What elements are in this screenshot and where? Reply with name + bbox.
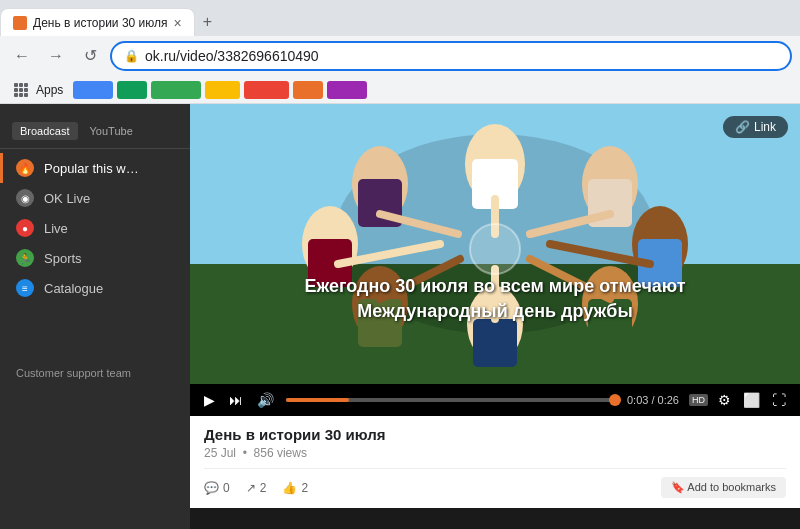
apps-grid-icon: [14, 83, 28, 97]
svg-rect-12: [473, 319, 517, 367]
video-container: 🔗 Link Ежегодно 30 июля во всем мире отм…: [190, 104, 800, 416]
lock-icon: 🔒: [124, 49, 139, 63]
catalogue-icon: ≡: [16, 279, 34, 297]
subtitle-line-2: Международный день дружбы: [210, 299, 780, 324]
svg-point-27: [470, 224, 520, 274]
link-button[interactable]: 🔗 Link: [723, 116, 788, 138]
comments-action[interactable]: 💬 0: [204, 481, 230, 495]
link-icon: 🔗: [735, 120, 750, 134]
customer-support-label: Customer support team: [0, 363, 147, 383]
tab-close-button[interactable]: ×: [174, 16, 182, 30]
share-action[interactable]: ↗ 2: [246, 481, 267, 495]
oklive-icon: ◉: [16, 189, 34, 207]
video-actions: 💬 0 ↗ 2 👍 2 🔖 Add to bookmarks: [204, 468, 786, 498]
sidebar-item-sports[interactable]: 🏃 Sports: [0, 243, 190, 273]
sidebar-item-popular[interactable]: 🔥 Popular this w…: [0, 153, 190, 183]
fullscreen-button[interactable]: ⛶: [770, 390, 788, 410]
tab-favicon: [13, 16, 27, 30]
popular-icon: 🔥: [16, 159, 34, 177]
address-box[interactable]: 🔒 ok.ru/video/3382696610490: [110, 41, 792, 71]
share-icon: ↗: [246, 481, 256, 495]
hd-badge: HD: [689, 394, 708, 406]
sidebar: Broadcast YouTube 🔥 Popular this w… ◉ OK…: [0, 104, 190, 529]
video-frame: 🔗 Link Ежегодно 30 июля во всем мире отм…: [190, 104, 800, 384]
reload-button[interactable]: ↺: [76, 42, 104, 70]
sports-icon: 🏃: [16, 249, 34, 267]
video-controls: ▶ ⏭ 🔊 0:03 / 0:26 HD ⚙ ⬜ ⛶: [190, 384, 800, 416]
sidebar-item-oklive[interactable]: ◉ OK Live: [0, 183, 190, 213]
time-display: 0:03 / 0:26: [627, 394, 679, 406]
apps-label: Apps: [36, 83, 63, 97]
like-action[interactable]: 👍 2: [282, 481, 308, 495]
sidebar-item-live-label: Live: [44, 221, 68, 236]
progress-bar[interactable]: [286, 398, 617, 402]
share-count: 2: [260, 481, 267, 495]
address-bar-row: ← → ↺ 🔒 ok.ru/video/3382696610490: [0, 36, 800, 76]
theater-button[interactable]: ⬜: [741, 390, 762, 410]
video-date: 25 Jul: [204, 446, 236, 460]
active-tab[interactable]: День в истории 30 июля ×: [0, 8, 195, 36]
like-icon: 👍: [282, 481, 297, 495]
apps-bookmark[interactable]: Apps: [8, 81, 69, 99]
bookmark-item-4[interactable]: [205, 81, 240, 99]
forward-button[interactable]: →: [42, 42, 70, 70]
tab-bar: День в истории 30 июля × +: [0, 0, 800, 36]
video-thumbnail: [190, 104, 800, 384]
settings-button[interactable]: ⚙: [716, 390, 733, 410]
bookmark-item-5[interactable]: [244, 81, 289, 99]
video-views: 856 views: [254, 446, 307, 460]
new-tab-button[interactable]: +: [195, 9, 220, 35]
sidebar-item-oklive-label: OK Live: [44, 191, 90, 206]
comment-count: 0: [223, 481, 230, 495]
right-controls: HD ⚙ ⬜ ⛶: [689, 390, 788, 410]
bookmark-label: Add to bookmarks: [687, 481, 776, 493]
bookmark-item-7[interactable]: [327, 81, 367, 99]
video-meta: 25 Jul • 856 views: [204, 446, 786, 460]
browser-chrome: День в истории 30 июля × + ← → ↺ 🔒 ok.ru…: [0, 0, 800, 104]
video-subtitle: Ежегодно 30 июля во всем мире отмечают М…: [190, 274, 800, 324]
bookmark-item-3[interactable]: [151, 81, 201, 99]
bookmark-item-1[interactable]: [73, 81, 113, 99]
sidebar-item-sports-label: Sports: [44, 251, 82, 266]
sidebar-item-live[interactable]: ● Live: [0, 213, 190, 243]
add-bookmark-button[interactable]: 🔖 Add to bookmarks: [661, 477, 786, 498]
live-icon: ●: [16, 219, 34, 237]
video-info: День в истории 30 июля 25 Jul • 856 view…: [190, 416, 800, 508]
progress-fill: [286, 398, 349, 402]
comment-icon: 💬: [204, 481, 219, 495]
sidebar-item-catalogue-label: Catalogue: [44, 281, 103, 296]
progress-dot: [609, 394, 621, 406]
volume-button[interactable]: 🔊: [255, 390, 276, 410]
sidebar-divider-1: [0, 148, 190, 149]
bookmarks-bar: Apps: [0, 76, 800, 104]
like-count: 2: [301, 481, 308, 495]
bookmark-item-2[interactable]: [117, 81, 147, 99]
play-button[interactable]: ▶: [202, 390, 217, 410]
tab-title: День в истории 30 июля: [33, 16, 168, 30]
main-area: 🔗 Link Ежегодно 30 июля во всем мире отм…: [190, 104, 800, 529]
skip-forward-button[interactable]: ⏭: [227, 390, 245, 410]
bookmark-icon: 🔖: [671, 481, 685, 493]
tab-broadcast[interactable]: Broadcast: [12, 122, 78, 140]
subtitle-line-1: Ежегодно 30 июля во всем мире отмечают: [210, 274, 780, 299]
broadcast-tabs: Broadcast YouTube: [0, 114, 190, 144]
page-content: Broadcast YouTube 🔥 Popular this w… ◉ OK…: [0, 104, 800, 529]
video-artwork: [190, 104, 800, 384]
sidebar-item-popular-label: Popular this w…: [44, 161, 139, 176]
tab-youtube[interactable]: YouTube: [82, 122, 141, 140]
sidebar-item-catalogue[interactable]: ≡ Catalogue: [0, 273, 190, 303]
url-text: ok.ru/video/3382696610490: [145, 48, 778, 64]
back-button[interactable]: ←: [8, 42, 36, 70]
bookmark-item-6[interactable]: [293, 81, 323, 99]
video-title: День в истории 30 июля: [204, 426, 786, 443]
